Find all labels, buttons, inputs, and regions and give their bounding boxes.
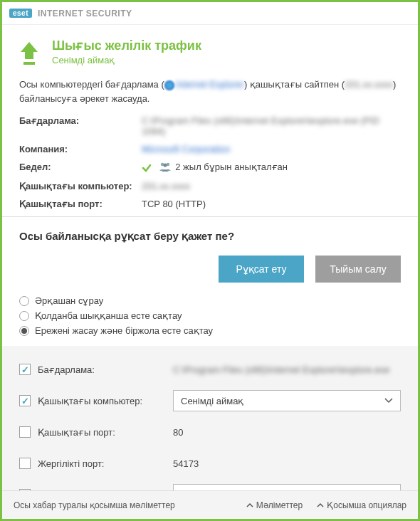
row-application: Бағдарлама: C:\Program Files (x86)\Inter… <box>19 115 401 137</box>
allow-button[interactable]: Рұқсат ету <box>219 256 304 283</box>
eset-logo: eset <box>9 9 32 18</box>
rule-remote-port: Қашықтағы порт: 80 <box>19 421 401 443</box>
rule-application: Бағдарлама: C:\Program Files (x86)\Inter… <box>19 359 401 380</box>
radio-remember-until-exit[interactable]: Қолданба шыққанша есте сақтау <box>19 310 401 321</box>
checkbox-remote-port[interactable] <box>19 426 31 438</box>
row-remote-computer: Қашықтағы компьютер: 201.xx.xxxx <box>19 181 401 191</box>
row-company: Компания: Microsoft Corporation <box>19 144 401 154</box>
row-reputation: Бедел: 2 жыл бұрын анықталған <box>19 162 401 174</box>
radio-always-ask[interactable]: Әрқашан сұрау <box>19 295 401 306</box>
radio-label: Қолданба шыққанша есте сақтау <box>35 310 182 321</box>
radio-icon <box>19 296 29 306</box>
checkmark-icon <box>142 162 152 172</box>
details-toggle[interactable]: Мәліметтер <box>246 500 303 510</box>
divider <box>2 216 418 217</box>
svg-rect-0 <box>23 62 35 65</box>
outgoing-traffic-icon <box>19 41 39 66</box>
rule-panel: Бағдарлама: C:\Program Files (x86)\Inter… <box>2 346 418 490</box>
rule-local-port-value: 54173 <box>173 458 401 469</box>
radio-icon <box>19 326 29 336</box>
blurred-app-name: Internet Explorer <box>176 78 244 92</box>
blurred-company: Microsoft Corporation <box>142 144 230 154</box>
checkbox-local-port[interactable] <box>19 458 31 469</box>
radio-icon <box>19 311 29 321</box>
blurred-remote-computer: 201.xx.xxxx <box>142 181 190 191</box>
product-name: INTERNET SECURITY <box>38 9 132 19</box>
dialog-header: Шығыс желілік трафик Сенімді аймақ <box>2 25 418 78</box>
select-value: Сенімді аймақ <box>181 396 243 406</box>
checkbox-application[interactable] <box>19 364 31 375</box>
blurred-rule-app: C:\Program Files (x86)\Internet Explorer… <box>173 364 389 375</box>
rule-local-port: Жергілікті порт: 54173 <box>19 453 401 474</box>
rule-remote-computer: Қашықтағы компьютер: Сенімді аймақ <box>19 390 401 411</box>
titlebar: eset INTERNET SECURITY <box>2 2 418 25</box>
dialog-title: Шығыс желілік трафик <box>52 38 201 53</box>
remote-port-value: TCP 80 (HTTP) <box>142 199 401 209</box>
dialog-footer: Осы хабар туралы қосымша мәліметтер Мәлі… <box>2 490 418 519</box>
community-icon <box>159 162 172 174</box>
reputation-text: 2 жыл бұрын анықталған <box>175 162 288 172</box>
dialog-subtitle: Сенімді аймақ <box>52 55 201 65</box>
radio-create-rule[interactable]: Ережені жасау және біржола есте сақтау <box>19 325 401 336</box>
rule-remote-port-value: 80 <box>173 427 401 438</box>
intro-paragraph: Осы компьютердегі бағдарлама (Internet E… <box>19 78 401 105</box>
rule-protocol: Протокол: TCP және UDP <box>19 484 401 490</box>
chevron-up-icon <box>246 502 253 508</box>
dialog-content: Осы компьютердегі бағдарлама (Internet E… <box>2 78 418 490</box>
button-row: Рұқсат ету Тыйым салу <box>19 256 401 283</box>
ie-icon <box>164 80 174 90</box>
checkbox-remote-computer[interactable] <box>19 395 31 406</box>
more-info-link[interactable]: Осы хабар туралы қосымша мәліметтер <box>14 500 175 510</box>
blurred-app-path: C:\Program Files (x86)\Internet Explorer… <box>142 115 401 137</box>
svg-point-3 <box>163 163 167 167</box>
chevron-up-icon <box>317 502 324 508</box>
prompt-question: Осы байланысқа рұқсат беру қажет пе? <box>19 230 401 243</box>
radio-label: Әрқашан сұрау <box>35 295 103 306</box>
row-remote-port: Қашықтағы порт: TCP 80 (HTTP) <box>19 199 401 209</box>
chevron-down-icon <box>384 398 393 404</box>
advanced-options-toggle[interactable]: Қосымша опциялар <box>317 500 406 510</box>
radio-label: Ережені жасау және біржола есте сақтау <box>35 325 213 336</box>
select-remote-computer[interactable]: Сенімді аймақ <box>173 390 401 411</box>
select-protocol[interactable]: TCP және UDP <box>173 484 401 490</box>
deny-button[interactable]: Тыйым салу <box>315 256 401 283</box>
blurred-remote-site: 201.xx.xxxx <box>345 78 393 92</box>
